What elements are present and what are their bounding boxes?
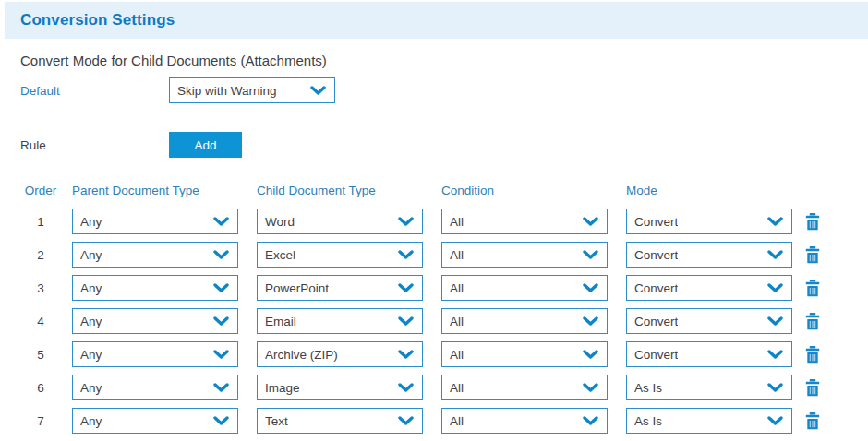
parent-document-type-dropdown[interactable]: Any	[72, 408, 238, 434]
chevron-down-icon	[213, 383, 229, 393]
parent-document-type-value: Any	[80, 215, 102, 229]
section-heading: Convert Mode for Child Documents (Attach…	[20, 52, 868, 70]
add-rule-button[interactable]: Add	[169, 132, 242, 158]
parent-document-type-value: Any	[80, 414, 102, 428]
chevron-down-icon	[398, 316, 414, 327]
rule-order-number: 3	[20, 281, 61, 295]
delete-rule-button[interactable]	[800, 242, 826, 268]
chevron-down-icon	[398, 283, 414, 293]
trash-icon	[805, 280, 820, 297]
mode-dropdown[interactable]: Convert	[626, 209, 792, 234]
column-header-child: Child Document Type	[257, 184, 423, 197]
panel-header: Conversion Settings	[5, 2, 868, 39]
default-mode-dropdown[interactable]: Skip with Warning	[169, 77, 335, 103]
delete-rule-button[interactable]	[800, 275, 826, 301]
rule-order-number: 6	[20, 381, 61, 395]
delete-rule-button[interactable]	[800, 341, 826, 367]
condition-dropdown[interactable]: All	[441, 341, 608, 367]
delete-rule-button[interactable]	[800, 308, 826, 334]
parent-document-type-value: Any	[80, 348, 102, 362]
column-header-condition: Condition	[441, 184, 608, 197]
chevron-down-icon	[767, 383, 783, 393]
condition-value: All	[450, 315, 464, 328]
parent-document-type-dropdown[interactable]: Any	[72, 308, 238, 334]
parent-document-type-value: Any	[80, 381, 102, 395]
condition-value: All	[450, 348, 464, 362]
table-row: 2 Any Excel All Convert	[20, 242, 868, 268]
rules-table-body: 1 Any Word All Convert	[20, 209, 868, 434]
mode-dropdown[interactable]: Convert	[626, 275, 792, 301]
chevron-down-icon	[767, 350, 783, 360]
parent-document-type-dropdown[interactable]: Any	[72, 375, 238, 400]
delete-rule-button[interactable]	[800, 375, 826, 400]
child-document-type-dropdown[interactable]: Email	[257, 308, 423, 334]
child-document-type-dropdown[interactable]: Excel	[257, 242, 423, 268]
parent-document-type-dropdown[interactable]: Any	[72, 242, 238, 268]
chevron-down-icon	[583, 217, 598, 227]
child-document-type-dropdown[interactable]: Archive (ZIP)	[257, 341, 423, 367]
column-header-order: Order	[20, 184, 61, 197]
chevron-down-icon	[213, 416, 229, 426]
condition-dropdown[interactable]: All	[441, 375, 608, 400]
chevron-down-icon	[583, 416, 598, 426]
condition-value: All	[450, 215, 464, 229]
delete-rule-button[interactable]	[800, 408, 826, 434]
mode-value: Convert	[634, 281, 678, 295]
rule-order-number: 7	[20, 414, 61, 428]
condition-dropdown[interactable]: All	[441, 242, 608, 268]
child-document-type-dropdown[interactable]: PowerPoint	[257, 275, 423, 301]
rule-order-number: 1	[20, 215, 61, 229]
mode-dropdown[interactable]: Convert	[626, 308, 792, 334]
condition-dropdown[interactable]: All	[441, 209, 608, 234]
delete-rule-button[interactable]	[800, 209, 826, 234]
default-mode-row: Default Skip with Warning	[20, 77, 868, 103]
chevron-down-icon	[583, 316, 598, 327]
default-label: Default	[20, 84, 169, 98]
child-document-type-value: Email	[265, 315, 296, 328]
chevron-down-icon	[767, 217, 783, 227]
mode-value: Convert	[634, 348, 678, 362]
panel-content: Convert Mode for Child Documents (Attach…	[0, 52, 868, 434]
child-document-type-dropdown[interactable]: Word	[257, 209, 423, 234]
chevron-down-icon	[767, 316, 783, 327]
mode-value: Convert	[634, 315, 678, 328]
child-document-type-value: Archive (ZIP)	[265, 348, 338, 362]
child-document-type-dropdown[interactable]: Text	[257, 408, 423, 434]
table-row: 4 Any Email All Convert	[20, 308, 868, 334]
chevron-down-icon	[583, 350, 598, 360]
child-document-type-value: PowerPoint	[265, 281, 329, 295]
chevron-down-icon	[583, 283, 598, 293]
parent-document-type-dropdown[interactable]: Any	[72, 209, 238, 234]
trash-icon	[805, 213, 820, 231]
parent-document-type-dropdown[interactable]: Any	[72, 341, 238, 367]
condition-dropdown[interactable]: All	[441, 275, 608, 301]
table-row: 7 Any Text All As Is	[20, 408, 868, 434]
mode-dropdown[interactable]: Convert	[626, 341, 792, 367]
condition-value: All	[450, 381, 464, 395]
mode-dropdown[interactable]: Convert	[626, 242, 792, 268]
mode-dropdown[interactable]: As Is	[626, 375, 792, 400]
chevron-down-icon	[213, 316, 229, 327]
parent-document-type-value: Any	[80, 315, 102, 328]
chevron-down-icon	[398, 416, 414, 426]
mode-value: Convert	[634, 215, 678, 229]
rule-order-number: 2	[20, 248, 61, 262]
chevron-down-icon	[213, 283, 229, 293]
rule-label: Rule	[20, 138, 169, 152]
child-document-type-dropdown[interactable]: Image	[257, 375, 423, 400]
mode-dropdown[interactable]: As Is	[626, 408, 792, 434]
parent-document-type-dropdown[interactable]: Any	[72, 275, 238, 301]
mode-value: As Is	[634, 381, 662, 395]
table-row: 3 Any PowerPoint All Convert	[20, 275, 868, 301]
table-row: 6 Any Image All As Is	[20, 375, 868, 400]
condition-dropdown[interactable]: All	[441, 308, 608, 334]
child-document-type-value: Excel	[265, 248, 295, 262]
chevron-down-icon	[767, 250, 783, 260]
condition-value: All	[450, 248, 464, 262]
chevron-down-icon	[213, 217, 229, 227]
chevron-down-icon	[213, 350, 229, 360]
condition-dropdown[interactable]: All	[441, 408, 608, 434]
rule-row: Rule Add	[20, 132, 868, 158]
trash-icon	[805, 346, 820, 364]
rule-order-number: 5	[20, 348, 61, 362]
